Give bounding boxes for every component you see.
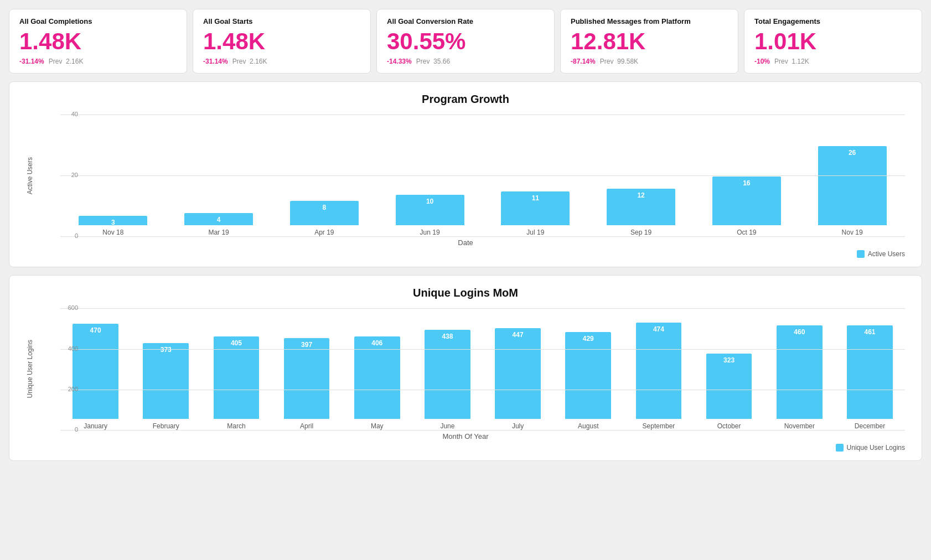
bar-x-label: June — [440, 422, 454, 430]
kpi-card-goal-starts: All Goal Starts 1.48K -31.14% Prev 2.16K — [193, 9, 371, 74]
bar-group: 438June — [412, 308, 483, 430]
bar-x-label: Sep 19 — [630, 229, 651, 236]
bar-x-label: August — [578, 422, 598, 430]
unique-logins-chart: Unique User Logins 6004002000470January3… — [26, 308, 905, 452]
bar-x-label: May — [371, 422, 384, 430]
bar-rect: 323 — [706, 354, 752, 419]
bar-group: 474September — [623, 308, 694, 430]
kpi-title-goal-starts: All Goal Starts — [203, 17, 360, 25]
program-growth-y-label: Active Users — [26, 157, 34, 194]
bar-rect: 470 — [73, 324, 118, 419]
kpi-prev-published-messages: Prev 99.58K — [600, 58, 638, 65]
kpi-change-published-messages: -87.14% — [571, 58, 596, 65]
bar-rect: 438 — [425, 330, 470, 419]
bar-x-label: Mar 19 — [208, 229, 229, 236]
bar-group: 10Jun 19 — [377, 115, 483, 236]
bar-rect: 10 — [396, 195, 464, 225]
bar-group: 3Nov 18 — [60, 115, 166, 236]
program-growth-card: Program Growth Active Users 402003Nov 18… — [9, 81, 922, 267]
bar-rect: 460 — [777, 325, 823, 419]
bar-value-label: 405 — [231, 339, 242, 347]
kpi-footer-published-messages: -87.14% Prev 99.58K — [571, 58, 728, 65]
bar-value-label: 461 — [864, 328, 875, 336]
bar-group: 373February — [131, 308, 201, 430]
kpi-card-goal-completions: All Goal Completions 1.48K -31.14% Prev … — [9, 9, 187, 74]
bar-rect: 16 — [712, 177, 781, 225]
bar-rect: 8 — [290, 201, 359, 225]
active-users-legend-box — [857, 250, 865, 258]
kpi-card-total-engagements: Total Engagements 1.01K -10% Prev 1.12K — [744, 9, 922, 74]
bar-value-label: 429 — [583, 335, 594, 343]
bar-value-label: 438 — [442, 333, 453, 340]
kpi-change-goal-conversion: -14.33% — [387, 58, 412, 65]
bar-value-label: 470 — [90, 326, 101, 334]
bar-x-label: February — [153, 422, 179, 430]
unique-logins-legend: Unique User Logins — [26, 444, 905, 452]
bar-group: 429August — [553, 308, 623, 430]
kpi-footer-goal-completions: -31.14% Prev 2.16K — [19, 58, 177, 65]
bar-x-label: March — [227, 422, 245, 430]
bar-value-label: 323 — [723, 356, 735, 364]
kpi-title-published-messages: Published Messages from Platform — [571, 17, 728, 25]
bar-rect: 4 — [184, 213, 253, 225]
bar-rect: 474 — [636, 323, 682, 419]
kpi-footer-total-engagements: -10% Prev 1.12K — [754, 58, 912, 65]
bar-value-label: 8 — [323, 204, 327, 211]
kpi-change-goal-completions: -31.14% — [19, 58, 44, 65]
kpi-change-total-engagements: -10% — [754, 58, 770, 65]
bar-x-label: December — [855, 422, 885, 430]
bar-value-label: 3 — [111, 219, 115, 226]
bar-group: 12Sep 19 — [588, 115, 694, 236]
bar-x-label: January — [84, 422, 107, 430]
kpi-row: All Goal Completions 1.48K -31.14% Prev … — [9, 9, 922, 74]
bar-value-label: 460 — [794, 328, 805, 336]
unique-logins-card: Unique Logins MoM Unique User Logins 600… — [9, 275, 922, 461]
bar-group: 470January — [60, 308, 131, 430]
bar-value-label: 474 — [653, 325, 664, 333]
bar-x-label: Nov 19 — [842, 229, 863, 236]
kpi-value-total-engagements: 1.01K — [754, 29, 912, 54]
bar-value-label: 12 — [637, 191, 644, 199]
kpi-card-published-messages: Published Messages from Platform 12.81K … — [560, 9, 738, 74]
kpi-value-goal-completions: 1.48K — [19, 29, 177, 54]
program-growth-x-label: Date — [26, 238, 905, 247]
bar-x-label: Nov 18 — [102, 229, 123, 236]
program-growth-legend: Active Users — [26, 250, 905, 258]
kpi-card-goal-conversion: All Goal Conversion Rate 30.55% -14.33% … — [376, 9, 555, 74]
bar-value-label: 10 — [426, 198, 433, 205]
unique-logins-legend-box — [836, 444, 844, 452]
bar-rect: 429 — [565, 332, 611, 419]
kpi-change-goal-starts: -31.14% — [203, 58, 228, 65]
kpi-footer-goal-starts: -31.14% Prev 2.16K — [203, 58, 360, 65]
bar-value-label: 447 — [513, 331, 524, 339]
kpi-value-goal-conversion: 30.55% — [387, 29, 544, 54]
bar-group: 460November — [764, 308, 835, 430]
kpi-value-goal-starts: 1.48K — [203, 29, 360, 54]
bar-rect: 26 — [818, 146, 887, 225]
bar-group: 405March — [201, 308, 271, 430]
bar-rect: 447 — [495, 328, 541, 419]
bar-rect: 3 — [79, 216, 147, 225]
bar-rect: 11 — [501, 191, 570, 225]
bar-value-label: 373 — [161, 346, 172, 354]
bar-x-label: April — [300, 422, 313, 430]
bar-rect: 397 — [284, 338, 330, 419]
bar-x-label: September — [643, 422, 675, 430]
bar-group: 397April — [272, 308, 342, 430]
bar-group: 11Jul 19 — [483, 115, 588, 236]
bar-group: 406May — [342, 308, 412, 430]
bar-value-label: 4 — [217, 216, 221, 224]
bar-value-label: 397 — [301, 341, 312, 349]
bar-group: 8Apr 19 — [272, 115, 377, 236]
kpi-title-goal-completions: All Goal Completions — [19, 17, 177, 25]
bar-group: 461December — [835, 308, 905, 430]
bar-group: 26Nov 19 — [799, 115, 905, 236]
bar-rect: 461 — [847, 325, 893, 419]
kpi-prev-total-engagements: Prev 1.12K — [774, 58, 809, 65]
unique-logins-title: Unique Logins MoM — [26, 287, 905, 299]
bar-x-label: July — [512, 422, 524, 430]
unique-logins-y-label: Unique User Logins — [26, 340, 34, 398]
bar-x-label: Jul 19 — [526, 229, 544, 236]
bar-x-label: October — [717, 422, 741, 430]
kpi-title-goal-conversion: All Goal Conversion Rate — [387, 17, 544, 25]
